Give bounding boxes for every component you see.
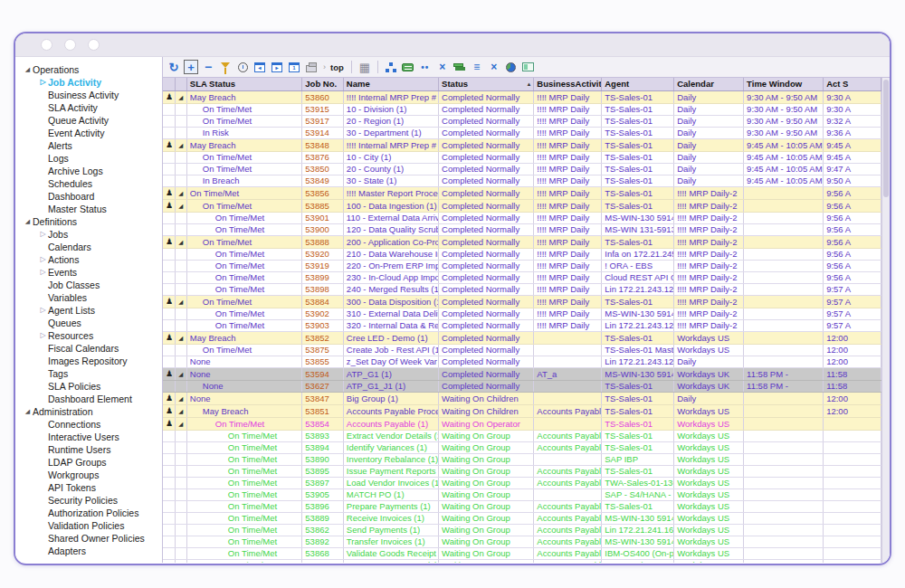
cell-status[interactable]: Completed Normally	[439, 223, 534, 235]
cell-act[interactable]	[824, 441, 881, 453]
table-row[interactable]: On Time/Met53903320 - Internal Data & Re…	[163, 319, 881, 331]
cell-job[interactable]: 53848	[302, 138, 344, 151]
sidebar-item-tags[interactable]: Tags	[15, 367, 162, 380]
cell-tw[interactable]	[744, 319, 824, 331]
cell-job[interactable]: 53899	[302, 271, 344, 283]
cell-job[interactable]: 53876	[302, 151, 344, 163]
cell-tw[interactable]	[744, 524, 824, 536]
cell-status[interactable]: Completed Normally	[439, 138, 534, 151]
hierarchy-view-icon[interactable]	[384, 60, 398, 74]
cell-sla[interactable]: On Time/Met	[186, 453, 302, 465]
window-maximize-button[interactable]	[88, 39, 100, 51]
cell-status[interactable]: Waiting On Group	[439, 536, 534, 547]
cell-name[interactable]: Inventory Rebalance (1)	[343, 453, 438, 465]
table-row[interactable]: On Time/Met53875Create Job - Rest API (1…	[163, 344, 881, 356]
cell-tags[interactable]: !!!! MRP Daily	[534, 319, 602, 331]
cell-cal[interactable]: Workdays US	[674, 488, 744, 500]
collapse-arrow-icon[interactable]: ◢	[23, 63, 33, 76]
cell-cal[interactable]: Workdays US	[674, 331, 744, 344]
cell-agent[interactable]: IBM-OS400 (On-prem)	[602, 547, 674, 559]
cell-job[interactable]: 53920	[302, 248, 344, 260]
table-row[interactable]: On Time/Met5387610 - City (1)Completed N…	[163, 151, 881, 163]
expand-arrow-icon[interactable]: ▷	[38, 253, 48, 266]
expand-view-icon[interactable]: ×	[487, 60, 501, 74]
cell-tags[interactable]: !!!! MRP Daily	[534, 138, 602, 151]
cell-sla[interactable]: On Time/Met	[186, 417, 302, 430]
cell-status[interactable]: Waiting On Group	[439, 524, 534, 536]
cell-expand-icon[interactable]: ◢	[175, 90, 186, 103]
cell-job[interactable]: 53914	[302, 127, 344, 138]
table-row[interactable]: On Time/Met53920210 - Data Warehouse Imp…	[163, 248, 881, 260]
cell-cal[interactable]: !!!! MRP Daily-2	[674, 223, 744, 235]
cell-sla[interactable]: On Time/Met	[186, 115, 302, 127]
sidebar-item-job-classes[interactable]: Job Classes	[15, 279, 162, 291]
cell-tags[interactable]: !!!! MRP Daily	[534, 186, 602, 199]
cell-tags[interactable]: !!!! MRP Daily	[534, 308, 602, 319]
scrollbar-thumb[interactable]	[883, 80, 889, 197]
calendar-next-icon[interactable]: ▸	[270, 60, 284, 74]
collapse-group-icon[interactable]: ◢	[178, 299, 183, 305]
cell-cal[interactable]: !!!! MRP Daily-2	[674, 308, 744, 319]
cell-job[interactable]: 53627	[302, 380, 344, 392]
column-header-businessactivity-tags[interactable]: BusinessActivity Tags	[534, 78, 602, 90]
cell-sla[interactable]: May Breach	[186, 331, 302, 344]
table-row[interactable]: ♟◢On Time/Met53885100 - Data Ingestion (…	[163, 199, 881, 212]
cell-cal[interactable]: Daily	[674, 151, 744, 163]
cell-agent[interactable]: TS-Sales-01	[602, 186, 674, 199]
cell-tags[interactable]: Accounts Payable Busin	[534, 500, 602, 512]
sidebar-item-calendars[interactable]: Calendars	[15, 241, 162, 253]
column-header-name[interactable]: Name	[343, 78, 438, 90]
cell-agent[interactable]: TS-Sales-01	[602, 392, 674, 404]
cell-name[interactable]: MATCH PO (1)	[343, 488, 438, 500]
cell-sla[interactable]: None	[186, 380, 302, 392]
cell-sla[interactable]: On Time/Met	[186, 295, 302, 308]
collapse-group-icon[interactable]: ◢	[178, 203, 183, 209]
cell-sla[interactable]: On Time/Met	[186, 477, 302, 488]
cell-status[interactable]: Waiting On Group	[439, 547, 534, 559]
cell-expand-icon[interactable]: ◢	[175, 295, 186, 308]
cell-act[interactable]: 9:56 A	[824, 186, 881, 199]
sidebar-item-event-activity[interactable]: Event Activity	[15, 127, 162, 139]
cell-cal[interactable]: Workdays US	[674, 441, 744, 453]
table-row[interactable]: ♟◢None53847Big Group (1)Waiting On Child…	[163, 392, 881, 404]
cell-tags[interactable]	[534, 392, 602, 404]
cell-sla[interactable]: On Time/Met	[186, 186, 302, 199]
cell-name[interactable]: Receive Invoices (1)	[343, 512, 438, 524]
cell-status[interactable]: Completed Normally	[439, 199, 534, 212]
window-minimize-button[interactable]	[64, 39, 76, 51]
table-row[interactable]: None53627ATP_G1_J1 (1)Completed Normally…	[163, 380, 881, 392]
table-row[interactable]: On Time/Met53905MATCH PO (1)Waiting On G…	[163, 488, 881, 500]
cell-agent[interactable]: TS-Sales-01	[602, 404, 674, 417]
table-row[interactable]: On Time/Met53896Prepare Payments (1)Wait…	[163, 500, 881, 512]
cell-agent[interactable]: SAP IBP	[602, 453, 674, 465]
cell-sla[interactable]: On Time/Met	[186, 441, 302, 453]
vertical-scrollbar[interactable]	[881, 78, 890, 563]
cell-name[interactable]: 230 - In-Cloud App Import / Processing	[343, 271, 438, 283]
sidebar-item-fiscal-calendars[interactable]: Fiscal Calendars	[15, 342, 162, 355]
cell-status[interactable]: Completed Normally	[439, 260, 534, 271]
cell-name[interactable]: 320 - Internal Data & Report Distributio	[343, 319, 438, 331]
cell-status[interactable]: Completed Normally	[439, 308, 534, 319]
cell-tw[interactable]: 9:45 AM - 10:05 AM	[744, 138, 824, 151]
sidebar-item-resources[interactable]: ▷Resources	[15, 329, 162, 342]
column-header-icon[interactable]	[163, 78, 175, 90]
cell-tags[interactable]: Accounts Payable Busin	[534, 404, 602, 417]
cell-expand-icon[interactable]: ◢	[175, 138, 186, 151]
cell-status[interactable]: Completed Normally	[439, 295, 534, 308]
cell-act[interactable]: 9:57 A	[824, 319, 881, 331]
cell-sla[interactable]: May Breach	[186, 404, 302, 417]
cell-tw[interactable]	[744, 186, 824, 199]
sidebar-item-administration[interactable]: ◢Administration	[15, 405, 162, 418]
cell-status[interactable]: Completed Normally	[439, 283, 534, 295]
cell-sla[interactable]: On Time/Met	[186, 559, 302, 563]
cell-tw[interactable]	[744, 235, 824, 248]
cell-tw[interactable]: 11:58 PM -	[744, 367, 824, 380]
column-header-calendar[interactable]: Calendar	[674, 78, 744, 90]
cell-tw[interactable]	[744, 547, 824, 559]
cell-agent[interactable]: SAP - S4/HANA - SM36	[602, 559, 674, 563]
cell-tags[interactable]: !!!! MRP Daily	[534, 127, 602, 138]
cell-act[interactable]: 12:00	[824, 404, 881, 417]
gantt-view-icon[interactable]	[401, 60, 415, 74]
cell-status[interactable]: Waiting On Group	[439, 488, 534, 500]
cell-act[interactable]: 9:56 A	[824, 212, 881, 223]
